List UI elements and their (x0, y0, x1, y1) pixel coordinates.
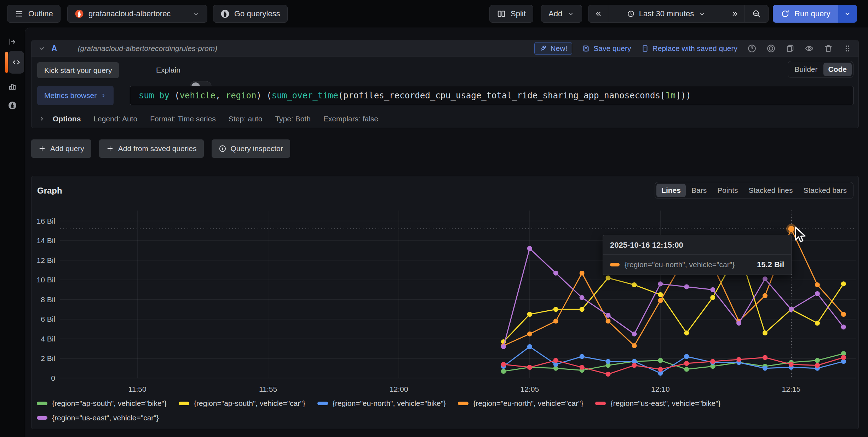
legend-item[interactable]: {region="ap-south", vehicle="car"} (179, 399, 305, 408)
outline-label: Outline (28, 9, 53, 18)
split-button[interactable]: Split (489, 5, 533, 23)
run-query-icon (781, 9, 790, 18)
collapse-pane-button[interactable] (5, 34, 20, 50)
legend-item[interactable]: {region="us-east", vehicle="car"} (37, 414, 159, 422)
chart-tooltip: 2025-10-16 12:15:00 {region="eu-north", … (603, 235, 792, 275)
graph-mode-points[interactable]: Points (712, 184, 743, 197)
disable-query-button[interactable] (805, 44, 814, 53)
code-icon (12, 58, 21, 67)
add-button[interactable]: Add (541, 5, 582, 23)
drag-handle-icon (843, 44, 852, 53)
replace-with-saved-query-button[interactable]: Replace with saved query (641, 44, 737, 53)
collapse-query-row-button[interactable] (38, 45, 46, 52)
run-query-group: Run query (773, 5, 857, 23)
legend-swatch (317, 402, 328, 405)
legend-label: {region="ap-south", vehicle="car"} (194, 399, 305, 408)
tooltip-series-swatch (610, 263, 620, 266)
time-range-label: Last 30 minutes (639, 9, 694, 18)
add-query-button[interactable]: Add query (31, 139, 91, 158)
split-label: Split (511, 9, 526, 18)
query-token: vehicle (180, 91, 215, 100)
graph-panel-title: Graph (37, 186, 62, 196)
chevron-down-icon (38, 45, 46, 52)
zoom-out-icon (752, 9, 761, 18)
query-actions-row: Add query Add from saved queries Query i… (31, 139, 290, 158)
editor-mode-switch: Builder Code (788, 61, 853, 78)
toolbar: Outline grafanacloud-albertorec Go query… (0, 0, 868, 28)
chevron-right-icon (100, 92, 107, 99)
editor-mode-code[interactable]: Code (823, 63, 852, 76)
legend-swatch (458, 402, 469, 405)
query-inspector-button[interactable]: Query inspector (212, 139, 290, 158)
time-shift-back-button[interactable] (588, 5, 608, 22)
legend-label: {region="eu-north", vehicle="bike"} (333, 399, 446, 408)
tooltip-series-label: {region="eu-north", vehicle="car"} (625, 260, 735, 269)
metrics-browser-button[interactable]: Metrics browser (37, 86, 114, 105)
go-queryless-label: Go queryless (234, 9, 280, 18)
outline-button[interactable]: Outline (7, 5, 61, 23)
query-ref-id[interactable]: A (51, 44, 57, 53)
duplicate-query-button[interactable] (786, 44, 795, 53)
legend-item[interactable]: {region="eu-north", vehicle="car"} (458, 399, 583, 408)
plus-icon (38, 145, 46, 153)
graph-mode-bars[interactable]: Bars (686, 184, 712, 197)
query-datasource-note: (grafanacloud-albertorecordingrules-prom… (78, 44, 218, 53)
graph-mode-stacked-lines[interactable]: Stacked lines (744, 184, 798, 197)
pyroscope-icon (8, 101, 17, 110)
query-row-header-left: A (grafanacloud-albertorecordingrules-pr… (38, 44, 217, 53)
metrics-browser-label: Metrics browser (44, 91, 97, 100)
query-row-header-actions: New! Save query Replace with saved query (534, 42, 852, 55)
graph-mode-stacked-bars[interactable]: Stacked bars (798, 184, 852, 197)
double-chevron-left-icon (594, 10, 602, 18)
query-token: ) ( (256, 91, 271, 100)
active-rail-indicator (5, 52, 8, 73)
double-chevron-right-icon (731, 10, 739, 18)
plus-icon (106, 145, 114, 153)
rail-item-profiles[interactable] (5, 98, 20, 113)
option-summary-item: Format: Time series (150, 115, 216, 123)
query-token: ( (338, 91, 343, 100)
legend-swatch (179, 402, 189, 405)
option-summary-item: Legend: Auto (93, 115, 137, 123)
legend-item[interactable]: {region="us-east", vehicle="bike"} (595, 399, 720, 408)
kick-start-query-button[interactable]: Kick start your query (37, 62, 119, 78)
remove-query-button[interactable] (824, 44, 833, 53)
run-query-button[interactable]: Run query (773, 5, 838, 23)
rail-item-code[interactable] (8, 51, 24, 74)
chevron-down-icon (844, 10, 851, 18)
chevron-down-icon (192, 10, 200, 18)
add-query-label: Add query (50, 144, 84, 153)
add-from-saved-queries-button[interactable]: Add from saved queries (99, 139, 204, 158)
legend-item[interactable]: {region="eu-north", vehicle="bike"} (317, 399, 446, 408)
target-icon (766, 44, 776, 53)
datasource-help-button[interactable] (747, 44, 757, 53)
rail-item-metrics[interactable] (5, 79, 20, 94)
query-code-input[interactable]: sum by (vehicle, region) (sum_over_time(… (130, 86, 853, 105)
query-token: sum (139, 91, 154, 100)
add-from-saved-queries-label: Add from saved queries (118, 144, 197, 153)
time-shift-forward-button[interactable] (725, 5, 745, 22)
go-queryless-button[interactable]: Go queryless (213, 5, 288, 23)
editor-mode-builder[interactable]: Builder (789, 63, 822, 76)
save-query-button[interactable]: Save query (582, 44, 631, 53)
graph-mode-lines[interactable]: Lines (656, 184, 686, 197)
query-token: by (159, 91, 169, 100)
datasource-picker[interactable]: grafanacloud-albertorec (67, 5, 207, 23)
zoom-out-button[interactable] (745, 5, 768, 22)
legend-row-2: {region="us-east", vehicle="car"} (37, 414, 159, 422)
datasource-label: grafanacloud-albertorec (88, 9, 171, 18)
legend-label: {region="us-east", vehicle="bike"} (610, 399, 720, 408)
run-query-label: Run query (794, 9, 830, 18)
run-query-dropdown-button[interactable] (838, 5, 857, 23)
help-icon (747, 44, 757, 53)
query-options-row[interactable]: Options Legend: AutoFormat: Time seriesS… (39, 112, 378, 126)
graph-mode-tabs: LinesBarsPointsStacked linesStacked bars (655, 182, 853, 199)
record-query-button[interactable] (766, 44, 776, 53)
legend-item[interactable]: {region="ap-south", vehicle="bike"} (37, 399, 167, 408)
options-label: Options (53, 115, 81, 123)
drag-query-handle[interactable] (843, 44, 852, 53)
new-badge[interactable]: New! (534, 42, 572, 55)
chevron-right-icon (39, 116, 45, 122)
replace-with-saved-query-label: Replace with saved query (653, 44, 737, 53)
time-range-picker[interactable]: Last 30 minutes (608, 5, 725, 22)
